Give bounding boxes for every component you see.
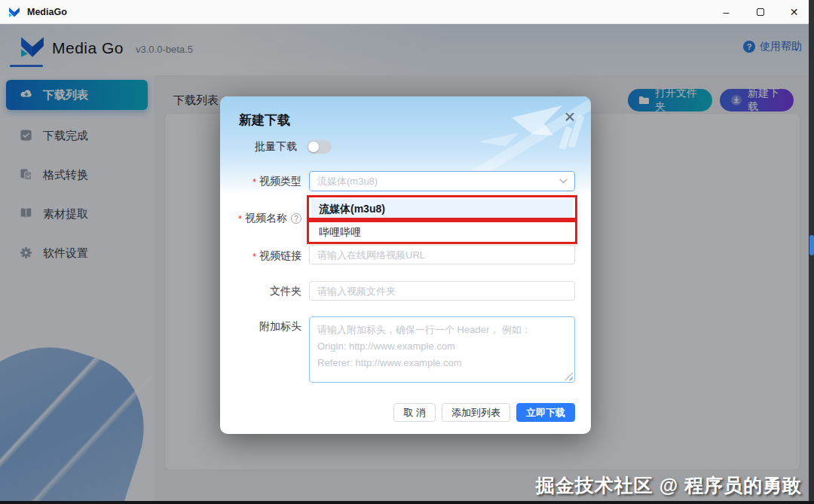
download-now-button[interactable]: 立即下载 [516, 403, 575, 422]
new-download-dialog: 新建下载 ✕ 批量下载 * 视频类型 流媒体(m3u8) 流媒体(m3u8) 哔… [220, 96, 591, 434]
video-type-label-row: * 视频类型 [220, 175, 301, 188]
video-type-placeholder: 流媒体(m3u8) [317, 175, 559, 188]
title-bar: MediaGo – ✕ [0, 0, 814, 24]
batch-download-toggle[interactable] [307, 140, 332, 154]
watermark-text: 掘金技术社区 @ 程序员的勇敢 [536, 473, 802, 498]
video-type-label: 视频类型 [259, 175, 301, 188]
toggle-knob [308, 142, 319, 152]
add-to-list-button[interactable]: 添加到列表 [442, 403, 510, 422]
dropdown-option-m3u8[interactable]: 流媒体(m3u8) [311, 199, 573, 220]
close-window-icon: ✕ [790, 6, 799, 18]
chevron-down-icon [559, 179, 568, 184]
video-name-label-row: * 视频名称 ? [220, 212, 301, 225]
required-marker: * [252, 251, 256, 262]
edge-scrollbar-thumb[interactable] [809, 235, 814, 255]
extra-headers-label: 附加标头 [259, 320, 301, 334]
video-link-input[interactable] [309, 245, 575, 264]
maximize-button[interactable] [743, 0, 777, 24]
screen-bottom-edge [0, 501, 814, 504]
minimize-button[interactable]: – [709, 0, 743, 24]
minimize-icon: – [724, 6, 730, 18]
video-link-label: 视频链接 [259, 249, 301, 263]
extra-headers-label-row: 附加标头 [220, 320, 301, 334]
window-title: MediaGo [27, 7, 67, 17]
video-link-label-row: * 视频链接 [220, 249, 301, 263]
dialog-title: 新建下载 [239, 111, 290, 129]
batch-download-label: 批量下载 [255, 140, 297, 154]
app-window: MediaGo – ✕ Media Go v3.0.0-beta.5 ? 使用帮… [0, 0, 814, 504]
required-marker: * [238, 213, 242, 225]
folder-label: 文件夹 [270, 285, 301, 298]
video-type-select[interactable]: 流媒体(m3u8) [309, 171, 575, 191]
folder-input[interactable] [309, 281, 575, 301]
video-type-dropdown: 流媒体(m3u8) 哔哩哔哩 [309, 197, 575, 245]
dialog-close-icon[interactable]: ✕ [564, 108, 576, 126]
video-name-label: 视频名称 [245, 212, 287, 225]
cancel-button[interactable]: 取 消 [393, 403, 436, 422]
app-logo-icon [8, 6, 20, 18]
extra-headers-textarea[interactable] [309, 316, 575, 383]
dropdown-option-bilibili[interactable]: 哔哩哔哩 [311, 222, 573, 243]
close-window-button[interactable]: ✕ [777, 0, 811, 24]
required-marker: * [252, 176, 256, 188]
maximize-icon [757, 8, 764, 16]
question-circle-icon[interactable]: ? [291, 213, 301, 224]
folder-label-row: 文件夹 [220, 285, 301, 298]
